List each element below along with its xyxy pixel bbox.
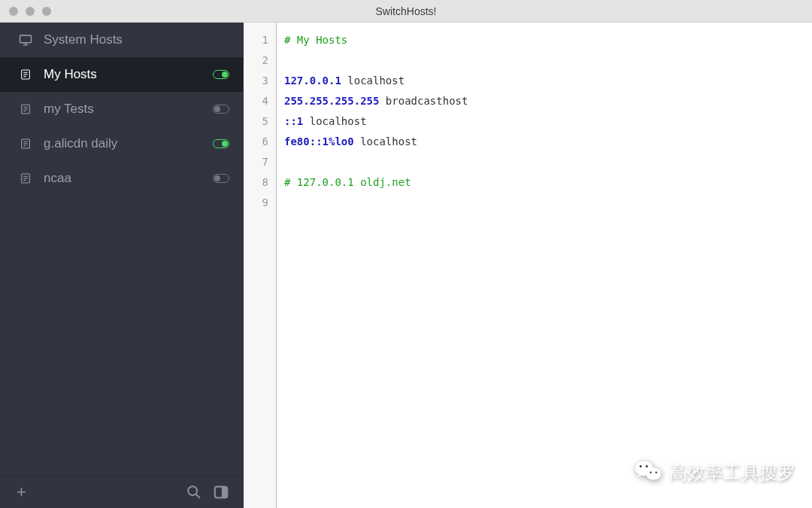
sidebar: System HostsMy Hostsmy Testsg.alicdn dai… (0, 23, 244, 508)
sidebar-item-label: my Tests (44, 102, 213, 117)
main-area: System HostsMy Hostsmy Testsg.alicdn dai… (0, 23, 812, 508)
line-number: 9 (244, 193, 276, 213)
toggle[interactable] (213, 70, 229, 79)
panel-toggle-icon[interactable] (213, 484, 229, 500)
line-number: 2 (244, 50, 276, 71)
line-number: 3 (244, 71, 276, 91)
svg-rect-22 (222, 486, 227, 497)
sidebar-item-label: g.alicdn daily (44, 136, 213, 151)
file-icon (18, 138, 33, 150)
window-title: SwitchHosts! (0, 5, 812, 17)
code-line[interactable] (284, 152, 804, 172)
add-button[interactable]: + (17, 484, 26, 500)
line-number: 5 (244, 111, 276, 132)
toggle[interactable] (213, 139, 229, 148)
code-line[interactable]: 255.255.255.255 broadcasthost (284, 91, 804, 111)
file-icon (18, 172, 33, 184)
svg-rect-0 (20, 35, 32, 43)
sidebar-item-label: ncaa (44, 171, 213, 186)
sidebar-list: System HostsMy Hostsmy Testsg.alicdn dai… (0, 23, 243, 475)
file-icon (18, 103, 33, 115)
sidebar-item-ncaa[interactable]: ncaa (0, 161, 243, 196)
toggle[interactable] (213, 105, 229, 114)
line-number: 6 (244, 132, 276, 152)
line-number: 8 (244, 172, 276, 193)
sidebar-item-system[interactable]: System Hosts (0, 23, 243, 57)
code-line[interactable]: fe80::1%lo0 localhost (284, 132, 804, 152)
sidebar-bottom: + (0, 475, 243, 508)
window-titlebar: SwitchHosts! (0, 0, 812, 23)
code-line[interactable]: ::1 localhost (284, 111, 804, 132)
svg-line-20 (196, 494, 200, 497)
code-line[interactable]: # My Hosts (284, 30, 804, 50)
code-line[interactable]: 127.0.0.1 localhost (284, 71, 804, 91)
code-line[interactable]: # 127.0.0.1 oldj.net (284, 172, 804, 193)
sidebar-item-mytests[interactable]: my Tests (0, 92, 243, 126)
sidebar-item-label: System Hosts (44, 32, 229, 47)
code-line[interactable] (284, 50, 804, 71)
sidebar-item-label: My Hosts (44, 67, 213, 82)
monitor-icon (18, 33, 33, 47)
file-icon (18, 68, 33, 81)
line-number: 4 (244, 91, 276, 111)
editor-content[interactable]: # My Hosts 127.0.0.1 localhost255.255.25… (277, 23, 812, 508)
line-number: 1 (244, 30, 276, 50)
editor[interactable]: 123456789 # My Hosts 127.0.0.1 localhost… (244, 23, 812, 508)
search-icon[interactable] (186, 484, 202, 500)
line-number: 7 (244, 152, 276, 172)
editor-gutter: 123456789 (244, 23, 277, 508)
toggle[interactable] (213, 174, 229, 183)
sidebar-item-myhosts[interactable]: My Hosts (0, 57, 243, 92)
code-line[interactable] (284, 193, 804, 213)
sidebar-item-alicdn[interactable]: g.alicdn daily (0, 126, 243, 161)
